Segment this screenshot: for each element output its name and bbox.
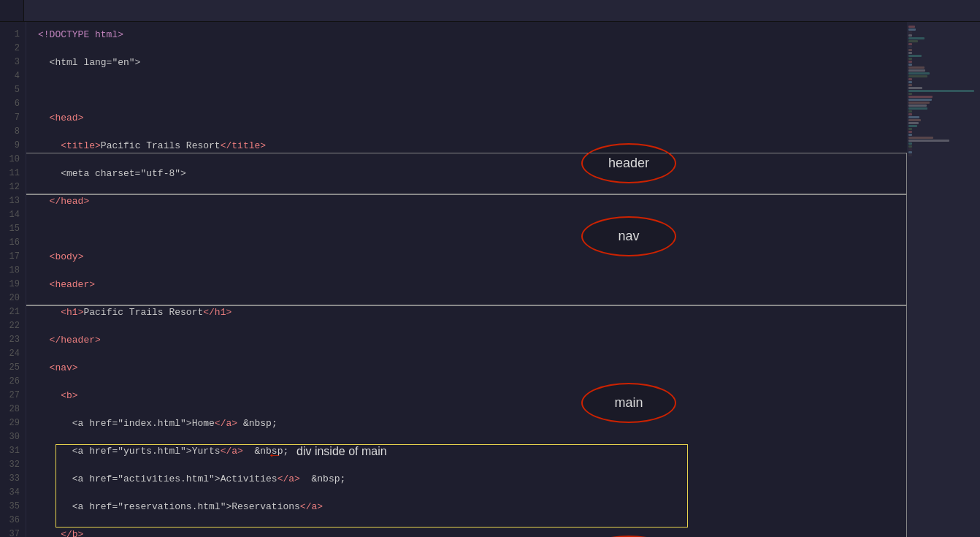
line-numbers: 1234567891011121314151617181920212223242… (0, 22, 26, 537)
editor: 1234567891011121314151617181920212223242… (0, 22, 980, 537)
code-area[interactable]: <!DOCTYPE html> <html lang="en"> <head> … (26, 22, 907, 537)
file-tab[interactable] (0, 0, 24, 21)
tab-bar (0, 0, 980, 22)
minimap (907, 22, 980, 537)
